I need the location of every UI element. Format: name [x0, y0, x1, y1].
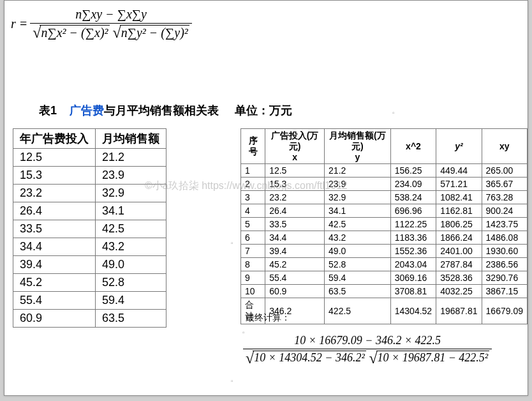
t2-cell: 42.5	[325, 218, 391, 231]
t2-cell: 23.2	[265, 191, 325, 204]
t2-header: xy	[482, 129, 527, 164]
t2-cell: 1806.25	[436, 218, 482, 231]
t1-cell: 63.5	[96, 310, 166, 328]
final-label: 最终计算：	[246, 312, 290, 324]
t1-cell: 12.5	[13, 149, 96, 167]
table-row: 34.443.2	[13, 238, 166, 256]
t2-cell: 15.3	[265, 178, 325, 191]
t2-cell: 32.9	[325, 191, 391, 204]
t2-cell: 3	[241, 191, 265, 204]
table-row: 215.323.9234.09571.21365.67	[241, 178, 528, 191]
anchor-mark-icon: ▫	[392, 109, 395, 116]
table-row: 55.459.4	[13, 292, 166, 310]
table-row: 12.521.2	[13, 149, 166, 167]
t2-cell: 26.4	[265, 204, 325, 218]
t2-cell: 1486.08	[482, 231, 527, 245]
t2-header: 序号	[241, 129, 265, 164]
anchor-mark-icon: ▫	[231, 377, 233, 384]
table-row: 60.963.5	[13, 310, 166, 328]
formula-numerator: n∑xy − ∑x∑y	[73, 6, 149, 23]
t2-cell: 4	[241, 204, 265, 218]
sqrt-2: √ n∑y² − (∑y)²	[113, 25, 189, 40]
t2-cell: 365.67	[482, 178, 527, 191]
t2-cell: 10	[241, 285, 265, 298]
t2-cell: 49.0	[325, 245, 391, 258]
formula-lhs: r =	[11, 17, 27, 31]
t2-cell: 234.09	[390, 178, 436, 191]
t1-cell: 32.9	[96, 185, 166, 202]
t2-cell: 55.4	[265, 271, 325, 285]
t1-cell: 43.2	[96, 238, 166, 256]
t2-cell: 449.44	[436, 164, 482, 178]
t2-header: x^2	[390, 129, 436, 164]
t2-cell: 43.2	[325, 231, 391, 245]
t2-cell: 12.5	[265, 164, 325, 178]
t1-cell: 52.8	[96, 274, 166, 292]
t2-header: 月均销售额(万元)y	[325, 129, 391, 164]
final-denominator: √ 10 × 14304.52 − 346.2² √ 10 × 19687.81…	[243, 349, 492, 368]
caption-blue: 广告费	[70, 104, 104, 117]
sqrt-1: √ n∑x² − (∑x)²	[33, 25, 109, 40]
t2-sum-5: 16679.09	[482, 298, 527, 324]
t2-cell: 1423.75	[482, 218, 527, 231]
formula-denominator: √ n∑x² − (∑x)² √ n∑y² − (∑y)²	[30, 24, 192, 42]
t1-cell: 15.3	[13, 167, 96, 185]
formula-fraction: n∑xy − ∑x∑y √ n∑x² − (∑x)² √ n∑y² − (∑y)…	[30, 6, 192, 42]
t2-cell: 3069.16	[390, 271, 436, 285]
t2-cell: 33.5	[265, 218, 325, 231]
t2-cell: 2401.00	[436, 245, 482, 258]
t2-cell: 2	[241, 178, 265, 191]
final-sqrt-2: √ 10 × 19687.81 − 422.5²	[369, 351, 489, 366]
t2-cell: 6	[241, 231, 265, 245]
table-1: 年广告费投入 月均销售额 12.521.215.323.923.232.926.…	[13, 128, 166, 328]
anchor-mark-icon: ▫	[242, 329, 245, 336]
t2-cell: 2386.56	[482, 258, 527, 271]
table-row: 955.459.43069.163528.363290.76	[241, 271, 528, 285]
t2-header: 广告投入(万元)x	[265, 129, 325, 164]
t2-cell: 9	[241, 271, 265, 285]
table-row: 33.542.5	[13, 220, 166, 238]
t1-cell: 21.2	[96, 149, 166, 167]
t2-sum-4: 19687.81	[436, 298, 482, 324]
table-row: 1060.963.53708.814032.253867.15	[241, 285, 528, 298]
final-formula: 10 × 16679.09 − 346.2 × 422.5 √ 10 × 143…	[240, 333, 494, 368]
t1-cell: 23.2	[13, 185, 96, 202]
t2-cell: 1930.60	[482, 245, 527, 258]
final-sqrt-1: √ 10 × 14304.52 − 346.2²	[246, 351, 366, 366]
caption-rest: 与月平均销售额相关表	[104, 104, 219, 117]
t2-cell: 1552.36	[390, 245, 436, 258]
t2-cell: 59.4	[325, 271, 391, 285]
table-row: 533.542.51122.251806.251423.75	[241, 218, 528, 231]
anchor-mark-icon: ▫	[231, 239, 233, 246]
t2-cell: 1866.24	[436, 231, 482, 245]
t2-cell: 23.9	[325, 178, 391, 191]
t2-cell: 63.5	[325, 285, 391, 298]
t2-sum-1: 422.5	[325, 298, 391, 324]
t2-cell: 45.2	[265, 258, 325, 271]
t1-cell: 42.5	[96, 220, 166, 238]
t1-cell: 49.0	[96, 256, 166, 274]
t2-cell: 3708.81	[390, 285, 436, 298]
caption-unit: 单位：万元	[235, 104, 292, 117]
t2-cell: 1183.36	[390, 231, 436, 245]
t2-cell: 3867.15	[482, 285, 527, 298]
t2-cell: 900.24	[482, 204, 527, 218]
final-numerator: 10 × 16679.09 − 346.2 × 422.5	[292, 333, 443, 349]
t2-cell: 34.4	[265, 231, 325, 245]
t2-header: y²	[436, 129, 482, 164]
t1-cell: 34.4	[13, 238, 96, 256]
t2-cell: 7	[241, 245, 265, 258]
table-row: 39.449.0	[13, 256, 166, 274]
table-row: 426.434.1696.961162.81900.24	[241, 204, 528, 218]
t2-cell: 3290.76	[482, 271, 527, 285]
t2-cell: 5	[241, 218, 265, 231]
final-sqrt-1-body: 10 × 14304.52 − 346.2²	[253, 351, 366, 366]
t2-sum-3: 14304.52	[390, 298, 436, 324]
t2-cell: 156.25	[390, 164, 436, 178]
table-2: 序号广告投入(万元)x月均销售额(万元)yx^2y²xy 112.521.215…	[240, 128, 528, 324]
t2-cell: 3528.36	[436, 271, 482, 285]
final-fraction: 10 × 16679.09 − 346.2 × 422.5 √ 10 × 143…	[243, 333, 492, 368]
t1-cell: 23.9	[96, 167, 166, 185]
t1-cell: 45.2	[13, 274, 96, 292]
table-row: 23.232.9	[13, 185, 166, 202]
